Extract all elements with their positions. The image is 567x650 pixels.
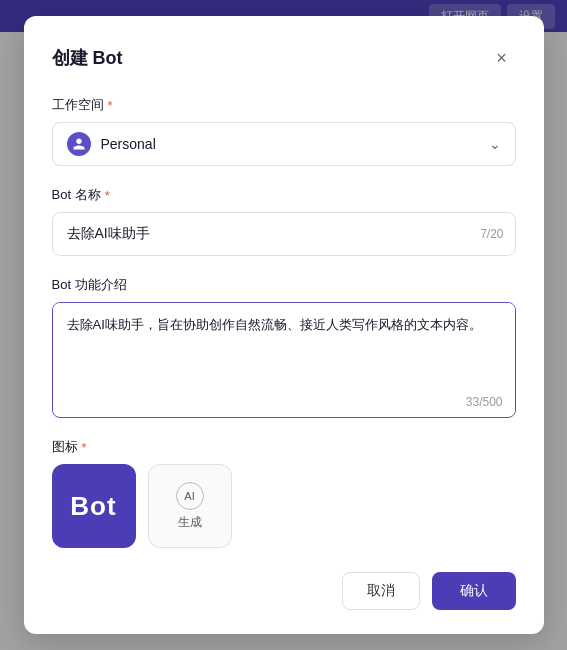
bot-desc-field-group: Bot 功能介绍 33/500 [52,276,516,418]
chevron-down-icon: ⌄ [489,136,501,152]
icon-section: 图标 * Bot AI 生成 [52,438,516,548]
workspace-field-group: 工作空间 * Personal ⌄ [52,96,516,166]
modal-header: 创建 Bot × [52,44,516,72]
bot-desc-label: Bot 功能介绍 [52,276,516,294]
workspace-required: * [108,98,113,113]
ai-icon: AI [176,482,204,510]
person-icon [72,137,86,151]
modal-title: 创建 Bot [52,46,123,70]
modal-overlay: 创建 Bot × 工作空间 * Personal ⌄ Bot 名称 [0,0,567,650]
generate-label: 生成 [178,514,202,531]
icon-required: * [82,440,87,455]
icon-preview-button[interactable]: Bot [52,464,136,548]
close-button[interactable]: × [488,44,516,72]
workspace-avatar [67,132,91,156]
modal-footer: 取消 确认 [52,572,516,610]
bot-desc-textarea-wrapper: 33/500 [52,302,516,418]
cancel-button[interactable]: 取消 [342,572,420,610]
workspace-select[interactable]: Personal ⌄ [52,122,516,166]
bot-name-required: * [105,188,110,203]
workspace-value: Personal [101,136,489,152]
confirm-button[interactable]: 确认 [432,572,516,610]
bot-name-label: Bot 名称 * [52,186,516,204]
bot-name-input-wrapper: 7/20 [52,212,516,256]
icon-options: Bot AI 生成 [52,464,516,548]
generate-icon-button[interactable]: AI 生成 [148,464,232,548]
workspace-label: 工作空间 * [52,96,516,114]
bot-desc-textarea[interactable] [53,303,515,413]
icon-label: 图标 * [52,438,516,456]
bot-name-field-group: Bot 名称 * 7/20 [52,186,516,256]
bot-name-char-count: 7/20 [480,227,503,241]
bot-desc-char-count: 33/500 [466,395,503,409]
bot-name-input[interactable] [52,212,516,256]
create-bot-modal: 创建 Bot × 工作空间 * Personal ⌄ Bot 名称 [24,16,544,634]
icon-preview-text: Bot [70,491,116,522]
